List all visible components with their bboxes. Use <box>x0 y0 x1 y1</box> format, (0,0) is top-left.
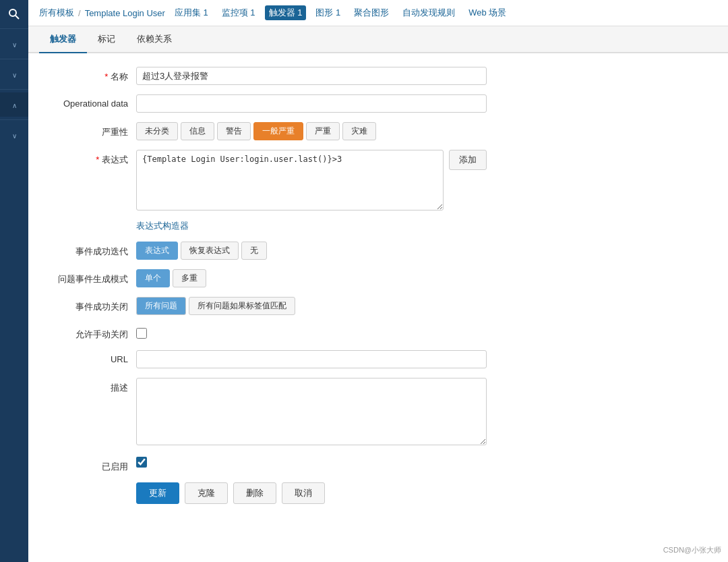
sidebar-item-1[interactable] <box>0 32 28 56</box>
problem-mode-container: 单个 多重 <box>136 269 487 287</box>
expr-builder-link[interactable]: 表达式构造器 <box>136 221 189 231</box>
description-row: 描述 <box>42 378 715 447</box>
expression-label: * 表达式 <box>42 150 136 166</box>
severity-high[interactable]: 严重 <box>306 122 340 140</box>
severity-info[interactable]: 信息 <box>181 122 214 140</box>
action-buttons: 更新 克隆 删除 取消 <box>136 482 715 504</box>
problem-mode-row: 问题事件生成模式 单个 多重 <box>42 269 715 287</box>
url-label: URL <box>42 350 136 364</box>
search-icon <box>8 8 20 20</box>
severity-button-group: 未分类 信息 警告 一般严重 严重 灾难 <box>136 122 487 140</box>
breadcrumb-trigger[interactable]: 触发器 1 <box>265 5 307 20</box>
delete-button[interactable]: 删除 <box>233 482 276 504</box>
breadcrumb-aggregate[interactable]: 聚合图形 <box>350 5 393 20</box>
close-all-problems[interactable]: 所有问题 <box>136 297 186 315</box>
enabled-row: 已启用 <box>42 457 715 473</box>
sidebar-search-button[interactable] <box>0 0 28 28</box>
sidebar-item-2[interactable] <box>0 62 28 86</box>
operational-data-input[interactable] <box>136 94 487 113</box>
operational-data-row: Operational data <box>42 94 715 113</box>
url-row: URL <box>42 350 715 368</box>
expr-label-text: 表达式 <box>102 154 128 165</box>
breadcrumb-all-templates[interactable]: 所有模板 <box>39 7 74 19</box>
breadcrumb-template-name[interactable]: Template Login User <box>85 8 165 18</box>
update-button[interactable]: 更新 <box>136 482 179 504</box>
url-container <box>136 350 487 368</box>
sidebar-section-3 <box>0 89 28 119</box>
breadcrumb-monitor[interactable]: 监控项 1 <box>218 5 260 20</box>
name-label: * 名称 <box>42 67 136 83</box>
recovery-recovery-expr-button[interactable]: 恢复表达式 <box>181 242 239 260</box>
manual-close-container <box>136 325 487 341</box>
svg-point-0 <box>9 9 16 16</box>
severity-average[interactable]: 一般严重 <box>253 122 303 140</box>
sidebar-item-4[interactable] <box>0 123 28 147</box>
breadcrumb-sep-1: / <box>78 8 81 18</box>
name-field-container <box>136 67 487 85</box>
manual-close-row: 允许手动关闭 <box>42 325 715 341</box>
name-row: * 名称 <box>42 67 715 85</box>
enabled-label: 已启用 <box>42 457 136 473</box>
chevron-down-icon-2 <box>12 69 17 80</box>
breadcrumb-graph[interactable]: 图形 1 <box>311 5 344 20</box>
clone-button[interactable]: 克隆 <box>185 482 228 504</box>
name-label-text: 名称 <box>111 72 128 82</box>
url-input[interactable] <box>136 350 487 368</box>
name-input[interactable] <box>136 67 487 85</box>
recovery-none-button[interactable]: 无 <box>241 242 267 260</box>
close-label: 事件成功关闭 <box>42 297 136 313</box>
svg-line-1 <box>16 16 19 19</box>
severity-warning[interactable]: 警告 <box>217 122 251 140</box>
recovery-label: 事件成功迭代 <box>42 242 136 258</box>
cancel-button[interactable]: 取消 <box>282 482 325 504</box>
recovery-button-group: 表达式 恢复表达式 无 <box>136 242 487 260</box>
recovery-expr-button[interactable]: 表达式 <box>136 242 178 260</box>
expr-builder-spacer <box>42 220 136 224</box>
problem-mode-button-group: 单个 多重 <box>136 269 487 287</box>
expr-builder-row: 表达式构造器 <box>42 220 715 232</box>
severity-disaster[interactable]: 灾难 <box>342 122 376 140</box>
expression-container: {Template Login User:login.user.last()}>… <box>136 150 487 210</box>
expression-textarea[interactable]: {Template Login User:login.user.last()}>… <box>136 150 444 210</box>
operational-data-container <box>136 94 487 113</box>
sidebar-item-3[interactable] <box>0 92 28 117</box>
sidebar-section-4 <box>0 119 28 150</box>
severity-row: 严重性 未分类 信息 警告 一般严重 严重 灾难 <box>42 122 715 140</box>
manual-close-checkbox[interactable] <box>136 328 147 339</box>
sidebar-section-1 <box>0 28 28 59</box>
tab-dependency[interactable]: 依赖关系 <box>126 26 183 53</box>
main-area: 所有模板 / Template Login User 应用集 1 监控项 1 触… <box>28 0 728 562</box>
enabled-container <box>136 457 487 470</box>
description-label: 描述 <box>42 378 136 394</box>
chevron-down-icon-4 <box>12 130 17 140</box>
problem-mode-single[interactable]: 单个 <box>136 269 170 287</box>
problem-mode-label: 问题事件生成模式 <box>42 269 136 285</box>
manual-close-label: 允许手动关闭 <box>42 325 136 341</box>
severity-buttons-container: 未分类 信息 警告 一般严重 严重 灾难 <box>136 122 487 140</box>
close-buttons-container: 所有问题 所有问题如果标签值匹配 <box>136 297 487 315</box>
chevron-up-icon <box>12 100 17 110</box>
sub-tabs: 触发器 标记 依赖关系 <box>28 26 728 53</box>
expression-row: * 表达式 {Template Login User:login.user.la… <box>42 150 715 210</box>
breadcrumb-bar: 所有模板 / Template Login User 应用集 1 监控项 1 触… <box>28 0 728 26</box>
recovery-row: 事件成功迭代 表达式 恢复表达式 无 <box>42 242 715 260</box>
severity-label: 严重性 <box>42 122 136 138</box>
breadcrumb-auto-discover[interactable]: 自动发现规则 <box>398 5 459 20</box>
enabled-checkbox[interactable] <box>136 457 147 468</box>
close-row: 事件成功关闭 所有问题 所有问题如果标签值匹配 <box>42 297 715 315</box>
add-expression-button[interactable]: 添加 <box>449 150 487 170</box>
chevron-down-icon <box>12 39 17 49</box>
expr-required-star: * <box>96 154 99 165</box>
breadcrumb-app-set[interactable]: 应用集 1 <box>171 5 212 20</box>
expr-builder-link-container: 表达式构造器 <box>136 220 189 232</box>
close-all-match[interactable]: 所有问题如果标签值匹配 <box>189 297 295 315</box>
description-textarea[interactable] <box>136 378 487 445</box>
sidebar-section-2 <box>0 59 28 89</box>
severity-unclassified[interactable]: 未分类 <box>136 122 178 140</box>
problem-mode-multiple[interactable]: 多重 <box>173 269 206 287</box>
sidebar <box>0 0 28 562</box>
tab-trigger[interactable]: 触发器 <box>39 26 87 53</box>
breadcrumb-web-scene[interactable]: Web 场景 <box>464 5 510 20</box>
operational-data-label: Operational data <box>42 94 136 109</box>
tab-mark[interactable]: 标记 <box>87 26 126 53</box>
